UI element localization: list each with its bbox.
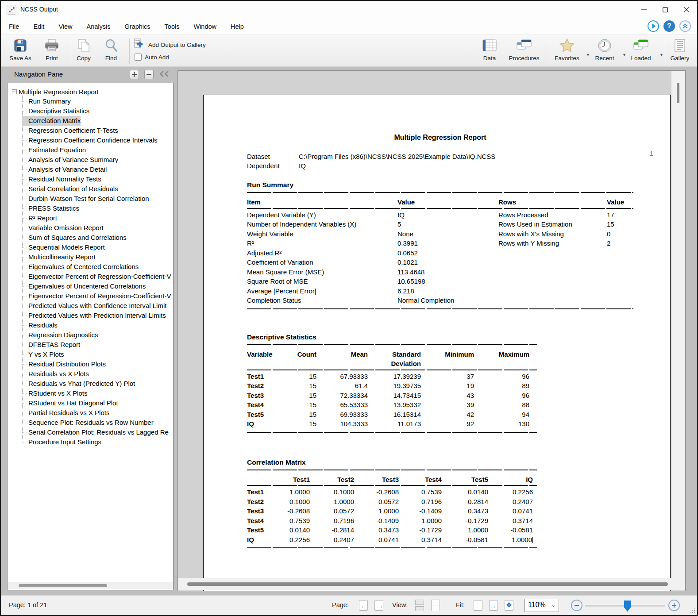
menu-item[interactable]: View — [51, 19, 79, 35]
nav-tree-item[interactable]: PRESS Statistics — [22, 204, 79, 213]
auto-add-toggle[interactable]: Auto Add — [134, 51, 206, 63]
loaded-button[interactable]: Loaded — [625, 38, 657, 65]
close-button[interactable] — [676, 1, 697, 19]
table-row: Mean Square Error (MSE)113.4648 — [247, 267, 670, 277]
nav-tree-item[interactable]: Descriptive Statistics — [22, 106, 89, 116]
menu-item[interactable]: Edit — [26, 19, 51, 35]
auto-add-checkbox[interactable] — [135, 54, 142, 61]
zoom-slider-thumb[interactable] — [624, 601, 631, 612]
nav-tree-item[interactable]: Residuals vs Yhat (Predicted Y) Plot — [22, 379, 135, 389]
nav-tree-item[interactable]: Residual Distribution Plots — [22, 359, 106, 369]
nav-tree-item[interactable]: DFBETAS Report — [22, 340, 80, 350]
nav-tree-item[interactable]: Analysis of Variance Detail — [22, 165, 107, 174]
zoom-level-select[interactable]: 110% ⌄ — [524, 599, 559, 612]
gallery-button[interactable]: Gallery — [664, 38, 696, 65]
copy-button[interactable]: Copy — [68, 38, 99, 65]
nav-tree-root[interactable]: Multiple Regression Report — [8, 87, 173, 96]
nav-hscroll-thumb[interactable] — [19, 584, 107, 587]
previous-page-button[interactable]: ← — [356, 598, 370, 612]
fit-page-button[interactable] — [471, 598, 485, 612]
nav-tree-item[interactable]: Residuals — [22, 320, 58, 330]
menu-item[interactable]: Graphics — [118, 19, 158, 35]
loaded-dropdown-arrow[interactable]: ▼ — [659, 53, 663, 57]
recent-button[interactable]: Recent — [589, 38, 621, 65]
help-button[interactable]: ? — [663, 20, 675, 32]
next-page-button[interactable]: → — [372, 598, 386, 612]
nav-tree-item[interactable]: Estimated Equation — [22, 145, 86, 155]
menu-item[interactable]: Window — [186, 19, 224, 35]
nav-tree-item[interactable]: RStudent vs X Plots — [22, 389, 87, 398]
table-cell: 39 — [421, 400, 474, 410]
document-horizontal-scrollbar[interactable] — [178, 578, 671, 590]
nav-tree-item[interactable]: Serial Correlation of Residuals — [22, 184, 118, 194]
save-as-label: Save As — [9, 55, 31, 62]
expand-all-button[interactable] — [130, 70, 139, 79]
nav-tree-item[interactable]: Partial Residuals vs X Plots — [22, 408, 109, 418]
nav-tree-item[interactable]: R² Report — [22, 213, 57, 223]
nav-tree-item[interactable]: Residuals vs X Plots — [22, 369, 89, 379]
maximize-button[interactable] — [655, 1, 676, 19]
zoom-slider[interactable] — [585, 605, 665, 607]
find-button[interactable]: Find — [96, 38, 127, 65]
menu-item[interactable]: File — [9, 19, 26, 35]
document-vertical-scrollbar[interactable] — [671, 71, 685, 590]
nav-horizontal-scrollbar[interactable] — [8, 582, 173, 589]
save-as-button[interactable]: Save As — [4, 38, 36, 65]
nav-tree-item[interactable]: Analysis of Variance Summary — [22, 155, 118, 165]
print-button[interactable]: Print — [36, 38, 68, 65]
menu-item[interactable]: Tools — [158, 19, 187, 35]
data-button[interactable]: Data — [474, 38, 505, 65]
doc-hscroll-thumb[interactable] — [187, 582, 668, 586]
nav-tree-item[interactable]: Run Summary — [22, 96, 71, 106]
run-procedure-button[interactable] — [648, 20, 659, 32]
app-icon — [7, 5, 16, 15]
view-page-break-button[interactable] — [428, 598, 443, 612]
zoom-out-button[interactable] — [571, 600, 582, 611]
nav-tree-item[interactable]: Correlation Matrix — [22, 116, 81, 126]
collapse-node-icon[interactable] — [12, 89, 17, 94]
add-output-to-gallery-button[interactable]: Add Output to Gallery — [134, 38, 206, 51]
nav-tree-item[interactable]: Residual Normality Tests — [22, 174, 101, 184]
menu-item[interactable]: Help — [224, 19, 251, 35]
collapse-pane-button[interactable] — [159, 71, 170, 78]
table-cell: 0.0140 — [274, 525, 310, 535]
nav-tree-item[interactable]: Eigenvector Percent of Regression-Coeffi… — [22, 291, 171, 301]
nav-tree-item[interactable]: Variable Omission Report — [22, 223, 104, 233]
fit-window-button[interactable]: ✥ — [502, 598, 516, 612]
view-continuous-button[interactable] — [413, 598, 427, 612]
nav-tree-item[interactable]: Eigenvector Percent of Regression-Coeffi… — [22, 272, 171, 281]
nav-tree-item[interactable]: Eigenvalues of Uncentered Correlations — [22, 281, 146, 291]
table-row: VariableCountMeanStandard DeviationMinim… — [247, 350, 670, 369]
nav-tree-item[interactable]: Regression Coefficient Confidence Interv… — [22, 135, 158, 145]
doc-vscroll-thumb[interactable] — [677, 83, 679, 103]
resize-grip[interactable] — [689, 607, 695, 613]
nav-tree-item[interactable]: Serial Correlation Plot: Residuals vs La… — [22, 427, 169, 437]
table-cell: 10.65198 — [397, 277, 498, 286]
zoom-in-button[interactable] — [668, 600, 680, 611]
nav-tree-item[interactable]: Y vs X Plots — [22, 350, 64, 359]
menu-item[interactable]: Analysis — [80, 19, 118, 35]
nav-tree-item[interactable]: Multicollinearity Report — [22, 252, 96, 262]
nav-tree-item[interactable]: Regression Coefficient T-Tests — [22, 126, 118, 135]
nav-tree-item[interactable]: Eigenvalues of Centered Correlations — [22, 262, 139, 272]
collapse-all-button[interactable] — [144, 70, 154, 79]
nav-tree-item[interactable]: Sequence Plot: Residuals vs Row Number — [22, 418, 154, 427]
nav-tree-children: Run SummaryDescriptive StatisticsCorrela… — [22, 96, 173, 447]
nav-tree-item[interactable]: Predicted Values with Confidence Interva… — [22, 301, 166, 311]
nav-tree-item[interactable]: Sum of Squares and Correlations — [22, 233, 127, 243]
nav-tree-item[interactable]: Regression Diagnostics — [22, 330, 98, 340]
procedures-button[interactable]: Procedures — [508, 38, 540, 65]
fit-width-button[interactable]: ↔ — [486, 598, 501, 612]
table-cell: 17 — [607, 210, 633, 220]
view-pages-icon — [415, 600, 424, 611]
table-cell: -0.2608 — [354, 487, 399, 497]
nav-tree-item[interactable]: RStudent vs Hat Diagonal Plot — [22, 398, 118, 408]
nav-tree-item[interactable]: Procedure Input Settings — [22, 437, 101, 447]
nav-tree-item[interactable]: Predicted Values with Prediction Interva… — [22, 311, 166, 320]
nav-tree-item[interactable]: Sequential Models Report — [22, 243, 105, 252]
nav-tree-item[interactable]: Durbin-Watson Test for Serial Correlatio… — [22, 194, 149, 204]
favorites-button[interactable]: Favorites — [551, 38, 583, 65]
minimize-button[interactable] — [633, 1, 655, 19]
run-summary-table: Dependent Variable (Y)IQRows Processed17… — [247, 210, 670, 305]
collapse-ribbon-button[interactable] — [679, 20, 691, 32]
